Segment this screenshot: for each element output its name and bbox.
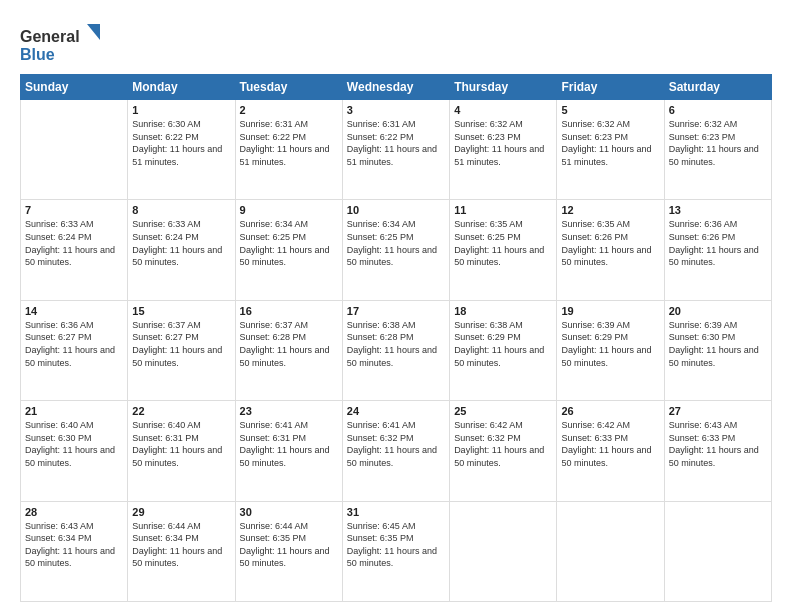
daylight-label: Daylight: 11 hours and 50 minutes. (25, 345, 115, 368)
sunrise-label: Sunrise: 6:41 AM (240, 420, 309, 430)
sunrise-label: Sunrise: 6:32 AM (561, 119, 630, 129)
sunrise-label: Sunrise: 6:45 AM (347, 521, 416, 531)
day-number: 11 (454, 204, 552, 216)
day-info: Sunrise: 6:31 AM Sunset: 6:22 PM Dayligh… (240, 118, 338, 168)
daylight-label: Daylight: 11 hours and 51 minutes. (561, 144, 651, 167)
day-number: 22 (132, 405, 230, 417)
sunset-label: Sunset: 6:33 PM (561, 433, 628, 443)
day-info: Sunrise: 6:31 AM Sunset: 6:22 PM Dayligh… (347, 118, 445, 168)
sunset-label: Sunset: 6:26 PM (561, 232, 628, 242)
calendar-cell: 21 Sunrise: 6:40 AM Sunset: 6:30 PM Dayl… (21, 401, 128, 501)
calendar-cell: 13 Sunrise: 6:36 AM Sunset: 6:26 PM Dayl… (664, 200, 771, 300)
calendar-cell: 10 Sunrise: 6:34 AM Sunset: 6:25 PM Dayl… (342, 200, 449, 300)
day-info: Sunrise: 6:42 AM Sunset: 6:33 PM Dayligh… (561, 419, 659, 469)
calendar-body: 1 Sunrise: 6:30 AM Sunset: 6:22 PM Dayli… (21, 100, 772, 602)
day-number: 30 (240, 506, 338, 518)
calendar-cell (21, 100, 128, 200)
sunset-label: Sunset: 6:22 PM (240, 132, 307, 142)
calendar-cell: 18 Sunrise: 6:38 AM Sunset: 6:29 PM Dayl… (450, 300, 557, 400)
daylight-label: Daylight: 11 hours and 50 minutes. (25, 445, 115, 468)
svg-text:Blue: Blue (20, 46, 55, 63)
sunrise-label: Sunrise: 6:32 AM (454, 119, 523, 129)
calendar-cell: 24 Sunrise: 6:41 AM Sunset: 6:32 PM Dayl… (342, 401, 449, 501)
sunrise-label: Sunrise: 6:39 AM (669, 320, 738, 330)
sunrise-label: Sunrise: 6:34 AM (347, 219, 416, 229)
day-info: Sunrise: 6:34 AM Sunset: 6:25 PM Dayligh… (347, 218, 445, 268)
daylight-label: Daylight: 11 hours and 50 minutes. (240, 445, 330, 468)
calendar-cell (450, 501, 557, 601)
calendar-cell: 11 Sunrise: 6:35 AM Sunset: 6:25 PM Dayl… (450, 200, 557, 300)
daylight-label: Daylight: 11 hours and 50 minutes. (132, 546, 222, 569)
sunrise-label: Sunrise: 6:42 AM (561, 420, 630, 430)
day-number: 21 (25, 405, 123, 417)
day-info: Sunrise: 6:34 AM Sunset: 6:25 PM Dayligh… (240, 218, 338, 268)
day-info: Sunrise: 6:43 AM Sunset: 6:33 PM Dayligh… (669, 419, 767, 469)
calendar-cell: 23 Sunrise: 6:41 AM Sunset: 6:31 PM Dayl… (235, 401, 342, 501)
daylight-label: Daylight: 11 hours and 50 minutes. (347, 546, 437, 569)
sunset-label: Sunset: 6:25 PM (454, 232, 521, 242)
calendar-cell: 16 Sunrise: 6:37 AM Sunset: 6:28 PM Dayl… (235, 300, 342, 400)
sunset-label: Sunset: 6:25 PM (347, 232, 414, 242)
sunset-label: Sunset: 6:35 PM (347, 533, 414, 543)
day-info: Sunrise: 6:41 AM Sunset: 6:32 PM Dayligh… (347, 419, 445, 469)
calendar-week-row: 7 Sunrise: 6:33 AM Sunset: 6:24 PM Dayli… (21, 200, 772, 300)
daylight-label: Daylight: 11 hours and 50 minutes. (561, 445, 651, 468)
sunset-label: Sunset: 6:29 PM (454, 332, 521, 342)
sunset-label: Sunset: 6:25 PM (240, 232, 307, 242)
day-info: Sunrise: 6:32 AM Sunset: 6:23 PM Dayligh… (454, 118, 552, 168)
day-info: Sunrise: 6:37 AM Sunset: 6:27 PM Dayligh… (132, 319, 230, 369)
daylight-label: Daylight: 11 hours and 50 minutes. (25, 546, 115, 569)
sunrise-label: Sunrise: 6:39 AM (561, 320, 630, 330)
day-number: 24 (347, 405, 445, 417)
daylight-label: Daylight: 11 hours and 50 minutes. (454, 445, 544, 468)
day-info: Sunrise: 6:40 AM Sunset: 6:30 PM Dayligh… (25, 419, 123, 469)
daylight-label: Daylight: 11 hours and 50 minutes. (347, 245, 437, 268)
calendar-cell: 2 Sunrise: 6:31 AM Sunset: 6:22 PM Dayli… (235, 100, 342, 200)
sunrise-label: Sunrise: 6:30 AM (132, 119, 201, 129)
daylight-label: Daylight: 11 hours and 51 minutes. (240, 144, 330, 167)
sunrise-label: Sunrise: 6:34 AM (240, 219, 309, 229)
sunrise-label: Sunrise: 6:44 AM (240, 521, 309, 531)
sunset-label: Sunset: 6:34 PM (132, 533, 199, 543)
sunset-label: Sunset: 6:24 PM (25, 232, 92, 242)
svg-text:General: General (20, 28, 80, 45)
day-number: 18 (454, 305, 552, 317)
sunrise-label: Sunrise: 6:40 AM (132, 420, 201, 430)
daylight-label: Daylight: 11 hours and 50 minutes. (454, 245, 544, 268)
day-info: Sunrise: 6:39 AM Sunset: 6:30 PM Dayligh… (669, 319, 767, 369)
sunset-label: Sunset: 6:32 PM (454, 433, 521, 443)
calendar-cell: 7 Sunrise: 6:33 AM Sunset: 6:24 PM Dayli… (21, 200, 128, 300)
sunrise-label: Sunrise: 6:40 AM (25, 420, 94, 430)
calendar-cell: 20 Sunrise: 6:39 AM Sunset: 6:30 PM Dayl… (664, 300, 771, 400)
day-number: 16 (240, 305, 338, 317)
calendar-cell: 14 Sunrise: 6:36 AM Sunset: 6:27 PM Dayl… (21, 300, 128, 400)
svg-marker-1 (87, 24, 100, 40)
daylight-label: Daylight: 11 hours and 50 minutes. (347, 445, 437, 468)
sunrise-label: Sunrise: 6:43 AM (669, 420, 738, 430)
day-info: Sunrise: 6:32 AM Sunset: 6:23 PM Dayligh… (561, 118, 659, 168)
sunset-label: Sunset: 6:28 PM (240, 332, 307, 342)
calendar-cell: 8 Sunrise: 6:33 AM Sunset: 6:24 PM Dayli… (128, 200, 235, 300)
sunset-label: Sunset: 6:32 PM (347, 433, 414, 443)
sunrise-label: Sunrise: 6:38 AM (347, 320, 416, 330)
calendar-cell: 4 Sunrise: 6:32 AM Sunset: 6:23 PM Dayli… (450, 100, 557, 200)
calendar-cell: 5 Sunrise: 6:32 AM Sunset: 6:23 PM Dayli… (557, 100, 664, 200)
calendar-day-header: Thursday (450, 75, 557, 100)
calendar-day-header: Wednesday (342, 75, 449, 100)
sunset-label: Sunset: 6:27 PM (25, 332, 92, 342)
daylight-label: Daylight: 11 hours and 50 minutes. (240, 245, 330, 268)
daylight-label: Daylight: 11 hours and 50 minutes. (132, 245, 222, 268)
sunrise-label: Sunrise: 6:31 AM (347, 119, 416, 129)
day-info: Sunrise: 6:38 AM Sunset: 6:29 PM Dayligh… (454, 319, 552, 369)
calendar-cell (664, 501, 771, 601)
calendar-day-header: Sunday (21, 75, 128, 100)
daylight-label: Daylight: 11 hours and 50 minutes. (132, 345, 222, 368)
sunset-label: Sunset: 6:30 PM (669, 332, 736, 342)
calendar-cell: 26 Sunrise: 6:42 AM Sunset: 6:33 PM Dayl… (557, 401, 664, 501)
daylight-label: Daylight: 11 hours and 51 minutes. (454, 144, 544, 167)
calendar-cell: 12 Sunrise: 6:35 AM Sunset: 6:26 PM Dayl… (557, 200, 664, 300)
calendar-header-row: SundayMondayTuesdayWednesdayThursdayFrid… (21, 75, 772, 100)
calendar-cell: 28 Sunrise: 6:43 AM Sunset: 6:34 PM Dayl… (21, 501, 128, 601)
sunrise-label: Sunrise: 6:43 AM (25, 521, 94, 531)
calendar-week-row: 1 Sunrise: 6:30 AM Sunset: 6:22 PM Dayli… (21, 100, 772, 200)
